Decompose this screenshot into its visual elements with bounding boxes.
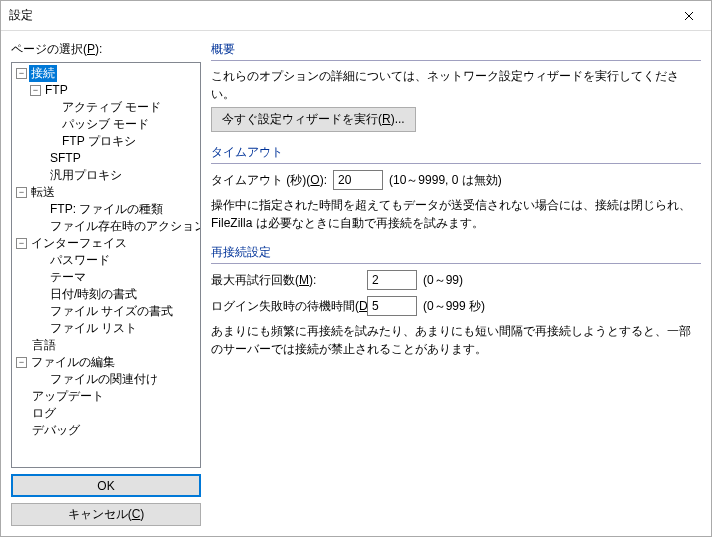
- tree-item-ftp-proxy[interactable]: FTP プロキシ: [12, 133, 200, 150]
- tree-item-language[interactable]: 言語: [12, 337, 200, 354]
- collapse-icon[interactable]: −: [16, 238, 27, 249]
- wizard-button[interactable]: 今すぐ設定ウィザードを実行(R)...: [211, 107, 416, 132]
- max-retries-input[interactable]: [367, 270, 417, 290]
- tree-item-update[interactable]: アップデート: [12, 388, 200, 405]
- tree-item-connection[interactable]: −接続 −FTP アクティブ モード パッシブ モード FTP プロキシ: [12, 65, 200, 184]
- timeout-note: 操作中に指定された時間を超えてもデータが送受信されない場合には、接続は閉じられ、…: [211, 196, 701, 232]
- retry-delay-label: ログイン失敗時の待機時間(D):: [211, 298, 361, 315]
- tree-item-filetypes[interactable]: FTP: ファイルの種類: [12, 201, 200, 218]
- tree-item-sftp[interactable]: SFTP: [12, 150, 200, 167]
- max-retries-label: 最大再試行回数(M):: [211, 272, 361, 289]
- reconnect-note: あまりにも頻繁に再接続を試みたり、あまりにも短い間隔で再接続しようとすると、一部…: [211, 322, 701, 358]
- tree-item-generic-proxy[interactable]: 汎用プロキシ: [12, 167, 200, 184]
- timeout-hint: (10～9999, 0 は無効): [389, 172, 502, 189]
- page-tree[interactable]: −接続 −FTP アクティブ モード パッシブ モード FTP プロキシ: [11, 62, 201, 468]
- timeout-label: タイムアウト (秒)(O):: [211, 172, 327, 189]
- collapse-icon[interactable]: −: [30, 85, 41, 96]
- reconnect-group: 再接続設定 最大再試行回数(M): (0～99) ログイン失敗時の待機時間(D)…: [211, 244, 701, 362]
- collapse-icon[interactable]: −: [16, 187, 27, 198]
- titlebar: 設定: [1, 1, 711, 31]
- overview-group: 概要 これらのオプションの詳細については、ネットワーク設定ウィザードを実行してく…: [211, 41, 701, 136]
- max-retries-hint: (0～99): [423, 272, 463, 289]
- collapse-icon[interactable]: −: [16, 357, 27, 368]
- cancel-button[interactable]: キャンセル(C): [11, 503, 201, 526]
- collapse-icon[interactable]: −: [16, 68, 27, 79]
- window-title: 設定: [9, 7, 666, 24]
- tree-item-active-mode[interactable]: アクティブ モード: [12, 99, 200, 116]
- tree-item-file-editing[interactable]: −ファイルの編集 ファイルの関連付け: [12, 354, 200, 388]
- close-icon: [684, 11, 694, 21]
- tree-item-file-list[interactable]: ファイル リスト: [12, 320, 200, 337]
- settings-window: 設定 ページの選択(P): −接続 −FTP アクティブ モード: [0, 0, 712, 537]
- tree-item-log[interactable]: ログ: [12, 405, 200, 422]
- tree-item-date-format[interactable]: 日付/時刻の書式: [12, 286, 200, 303]
- overview-title: 概要: [211, 41, 701, 61]
- tree-item-passive-mode[interactable]: パッシブ モード: [12, 116, 200, 133]
- tree-item-file-exists[interactable]: ファイル存在時のアクション: [12, 218, 200, 235]
- tree-item-password[interactable]: パスワード: [12, 252, 200, 269]
- timeout-title: タイムアウト: [211, 144, 701, 164]
- tree-item-file-assoc[interactable]: ファイルの関連付け: [12, 371, 200, 388]
- overview-desc: これらのオプションの詳細については、ネットワーク設定ウィザードを実行してください…: [211, 67, 701, 103]
- timeout-group: タイムアウト タイムアウト (秒)(O): (10～9999, 0 は無効) 操…: [211, 144, 701, 236]
- tree-item-theme[interactable]: テーマ: [12, 269, 200, 286]
- ok-button[interactable]: OK: [11, 474, 201, 497]
- tree-item-ftp[interactable]: −FTP アクティブ モード パッシブ モード FTP プロキシ: [12, 82, 200, 150]
- timeout-input[interactable]: [333, 170, 383, 190]
- settings-panel: 概要 これらのオプションの詳細については、ネットワーク設定ウィザードを実行してく…: [211, 41, 701, 526]
- tree-item-size-format[interactable]: ファイル サイズの書式: [12, 303, 200, 320]
- reconnect-title: 再接続設定: [211, 244, 701, 264]
- page-select-label: ページの選択(P):: [11, 41, 201, 58]
- tree-item-debug[interactable]: デバッグ: [12, 422, 200, 439]
- retry-delay-hint: (0～999 秒): [423, 298, 485, 315]
- tree-item-interface[interactable]: −インターフェイス パスワード テーマ 日付/時刻の書式 ファイル サイズの書式…: [12, 235, 200, 337]
- retry-delay-input[interactable]: [367, 296, 417, 316]
- close-button[interactable]: [666, 1, 711, 30]
- tree-item-transfer[interactable]: −転送 FTP: ファイルの種類 ファイル存在時のアクション: [12, 184, 200, 235]
